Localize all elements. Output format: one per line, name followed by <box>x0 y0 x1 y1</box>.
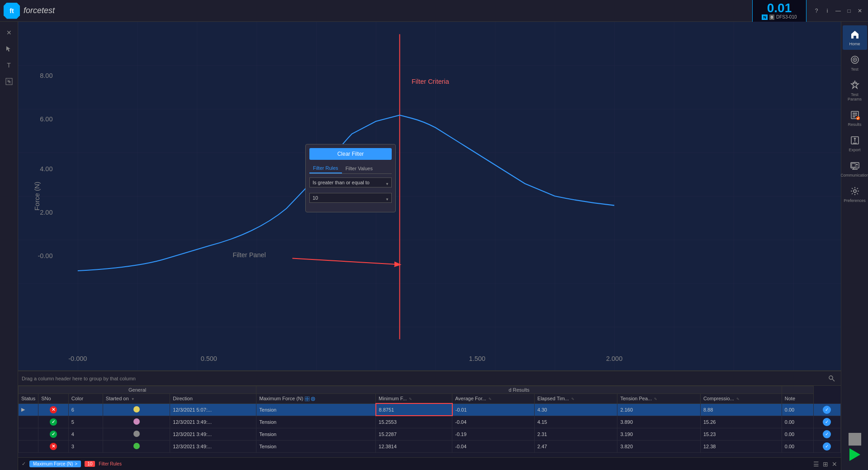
table-row[interactable]: ✕312/3/2021 3:49:...Tension12.3814-0.042… <box>19 440 841 452</box>
close-button[interactable]: ✕ <box>855 6 864 15</box>
main-layout: ✕ T TensionNoLimit [Tension] <box>0 22 868 470</box>
right-sidebar: Home Test Test Params <box>841 22 868 470</box>
svg-rect-34 <box>853 116 855 117</box>
col-direction[interactable]: Direction <box>170 394 256 404</box>
svg-text:2.000: 2.000 <box>606 355 622 362</box>
table-row[interactable]: ▶✕612/3/2021 5:07:...Tension8.8751-0.014… <box>19 403 841 416</box>
communication-icon <box>849 160 860 171</box>
col-max-force[interactable]: Maximum Force (N) <box>256 394 376 404</box>
logo-area: ft forcetest <box>4 3 55 19</box>
color-cell <box>103 428 170 440</box>
svg-text:Force (N): Force (N) <box>34 182 41 211</box>
device-unit-row: N 0 DFS3-010 <box>762 14 797 20</box>
device-name: DFS3-010 <box>776 14 797 19</box>
col-started-on[interactable]: Started on ▼ <box>103 394 170 404</box>
filter-chip[interactable]: Maximum Force (N) > <box>29 460 81 467</box>
nav-test[interactable]: Test <box>843 51 867 75</box>
svg-rect-5 <box>18 22 841 370</box>
bottom-right-icons: ☰ ⊞ ✕ <box>813 460 837 468</box>
direction-cell: Tension <box>256 440 376 452</box>
condition-dropdown-wrapper: Is greater than or equal to Is less than… <box>309 177 392 190</box>
status-cell: ✕ <box>38 440 69 452</box>
nav-preferences[interactable]: Preferences <box>843 182 867 206</box>
nav-test-params-label: Test Params <box>844 92 865 101</box>
nav-test-params[interactable]: Test Params <box>843 76 867 105</box>
data-table-container[interactable]: General d Results Status SNo Color Start… <box>18 386 841 457</box>
stop-button[interactable] <box>849 433 861 446</box>
svg-point-45 <box>854 190 856 192</box>
filter-chip-label: Maximum Force (N) <box>33 461 73 466</box>
toolbar-zoom-btn[interactable] <box>2 74 16 89</box>
results-icon <box>849 110 860 120</box>
svg-text:-0.000: -0.000 <box>68 355 87 362</box>
device-value: 0.01 <box>767 2 792 14</box>
nav-results[interactable]: Results <box>843 106 867 130</box>
nav-communication[interactable]: Communication <box>843 157 867 181</box>
table-layout-btn[interactable]: ⊞ <box>823 460 828 468</box>
filter-chip-symbol: > <box>75 461 77 466</box>
col-tension-peak[interactable]: Tension Pea... ✎ <box>617 394 700 404</box>
col-min-force[interactable]: Minimum F... ✎ <box>376 394 452 404</box>
tension-peak-cell: 12.38 <box>700 440 782 452</box>
col-status[interactable]: Status <box>19 394 38 404</box>
col-avg-force[interactable]: Average For... ✎ <box>452 394 535 404</box>
search-button[interactable] <box>826 373 837 384</box>
clear-filter-button[interactable]: Clear Filter <box>309 148 392 160</box>
table-row[interactable]: ✓512/3/2021 3:49:...Tension15.2553-0.044… <box>19 416 841 428</box>
started-on-cell: 12/3/2021 5:07:... <box>170 403 256 416</box>
toolbar-text-btn[interactable]: T <box>2 58 16 72</box>
filter-panel: Clear Filter Filter Rules Filter Values … <box>305 144 396 212</box>
svg-point-20 <box>829 376 833 379</box>
nav-test-label: Test <box>851 67 859 72</box>
compression-cell: 0.00 <box>782 440 813 452</box>
sno-cell: 4 <box>68 428 103 440</box>
sno-cell: 3 <box>68 440 103 452</box>
direction-cell: Tension <box>256 416 376 428</box>
status-cell: ✕ <box>38 403 69 416</box>
col-sno[interactable]: SNo <box>38 394 69 404</box>
col-elapsed[interactable]: Elapsed Tim... ✎ <box>535 394 617 404</box>
value-dropdown[interactable]: 10 5 15 20 <box>309 193 392 203</box>
sno-cell: 5 <box>68 416 103 428</box>
table-row[interactable]: ✓412/3/2021 3:49:...Tension15.2287-0.192… <box>19 428 841 440</box>
info-button[interactable]: i <box>823 6 832 15</box>
app-title: forcetest <box>24 6 55 15</box>
maximize-button[interactable]: □ <box>844 6 854 15</box>
compression-cell: 0.00 <box>782 403 813 416</box>
direction-cell: Tension <box>256 403 376 416</box>
svg-text:2.00: 2.00 <box>40 209 52 216</box>
compression-cell: 0.00 <box>782 428 813 440</box>
max-force-cell: 15.2287 <box>376 428 452 440</box>
max-force-cell: 12.3814 <box>376 440 452 452</box>
play-button[interactable] <box>849 448 860 461</box>
top-bar: ft forcetest 0.01 N 0 DFS3-010 ? i — □ ✕ <box>0 0 868 22</box>
toolbar-cursor-btn[interactable] <box>2 42 16 56</box>
avg-force-cell: 4.15 <box>535 416 617 428</box>
test-params-icon <box>849 80 860 91</box>
condition-dropdown[interactable]: Is greater than or equal to Is less than… <box>309 177 392 187</box>
avg-force-cell: 2.47 <box>535 440 617 452</box>
nav-export[interactable]: Export <box>843 131 867 156</box>
chart-area: TensionNoLimit [Tension] 8.00 6.00 4.00 … <box>18 22 841 370</box>
toolbar-close-btn[interactable]: ✕ <box>2 25 16 40</box>
table-close-btn[interactable]: ✕ <box>832 460 837 468</box>
filter-values-tab[interactable]: Filter Values <box>342 163 376 173</box>
col-header-row: Status SNo Color Started on ▼ Direction … <box>19 394 841 404</box>
col-color[interactable]: Color <box>68 394 103 404</box>
min-force-cell: -0.19 <box>452 428 535 440</box>
color-cell <box>103 403 170 416</box>
col-compression[interactable]: Compressio... ✎ <box>700 394 782 404</box>
svg-text:Filter Criteria: Filter Criteria <box>412 78 450 85</box>
nav-export-label: Export <box>849 148 860 152</box>
nav-home[interactable]: Home <box>843 25 867 50</box>
elapsed-cell: 3.820 <box>617 440 700 452</box>
filter-tabs: Filter Rules Filter Values <box>309 163 392 174</box>
help-button[interactable]: ? <box>812 6 821 15</box>
col-note[interactable]: Note <box>782 394 813 404</box>
table-settings-btn[interactable]: ☰ <box>813 460 819 468</box>
minimize-button[interactable]: — <box>834 6 843 15</box>
filter-rules-tab[interactable]: Filter Rules <box>309 163 342 173</box>
min-force-cell: -0.01 <box>452 403 535 416</box>
group-results: d Results <box>256 386 782 394</box>
nav-preferences-label: Preferences <box>844 198 866 203</box>
